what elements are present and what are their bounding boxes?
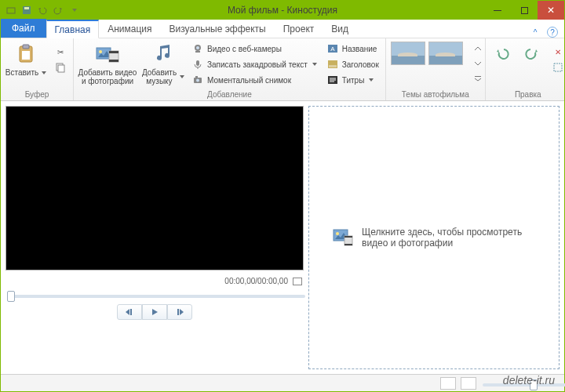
maximize-button[interactable] <box>511 1 538 20</box>
zoom-slider[interactable] <box>481 379 560 388</box>
fullscreen-icon[interactable] <box>293 278 302 285</box>
gallery-more-button[interactable] <box>474 71 482 85</box>
svg-point-43 <box>336 232 339 235</box>
svg-rect-46 <box>344 244 352 245</box>
tab-animation[interactable]: Анимация <box>99 19 160 38</box>
svg-text:A: A <box>330 45 335 53</box>
svg-point-19 <box>196 79 199 82</box>
title-bar: Мой фильм - Киностудия ✕ <box>1 1 564 20</box>
play-button[interactable] <box>142 304 167 320</box>
qat-dropdown-icon[interactable] <box>67 3 81 17</box>
theme-gallery[interactable] <box>389 40 471 67</box>
seek-slider[interactable] <box>5 290 304 299</box>
rotate-right-button[interactable] <box>519 40 545 67</box>
voiceover-button[interactable]: Записать закадровый текст <box>188 57 320 71</box>
file-tab[interactable]: Файл <box>1 19 46 38</box>
title-icon: A <box>326 42 339 55</box>
svg-point-9 <box>99 50 102 53</box>
seek-range-input[interactable] <box>7 295 305 298</box>
close-button[interactable]: ✕ <box>538 1 564 20</box>
video-preview[interactable] <box>5 106 304 270</box>
chevron-down-icon <box>369 78 374 82</box>
scissors-icon: ✂ <box>54 45 67 58</box>
view-timeline-button[interactable] <box>461 377 476 390</box>
gallery-down-button[interactable] <box>474 56 482 71</box>
select-all-icon <box>552 61 564 74</box>
add-music-button[interactable]: Добавить музыку <box>141 40 185 85</box>
voiceover-label: Записать закадровый текст <box>207 60 308 69</box>
app-window: Мой фильм - Киностудия ✕ Файл Главная Ан… <box>0 0 565 392</box>
storyboard-hint-text: Щелкните здесь, чтобы просмотреть видео … <box>362 227 536 249</box>
rotate-left-button[interactable] <box>489 40 516 67</box>
theme-thumb[interactable] <box>391 42 425 65</box>
rotate-right-icon <box>519 42 545 67</box>
add-media-icon <box>95 42 120 67</box>
music-note-icon <box>151 42 176 67</box>
qat-open-icon[interactable] <box>4 3 18 17</box>
minimize-button[interactable] <box>484 1 511 20</box>
qat-undo-icon[interactable] <box>35 3 49 17</box>
time-bar: 00:00,00/00:00,00 <box>5 275 304 285</box>
camera-icon <box>191 74 204 86</box>
svg-rect-5 <box>22 51 30 60</box>
delete-button[interactable]: ✕ <box>549 45 565 59</box>
preview-pane: 00:00,00/00:00,00 <box>5 106 304 369</box>
titles-button[interactable]: Титры <box>323 73 382 87</box>
webcam-icon <box>191 42 204 55</box>
add-media-label: Добавить видео и фотографии <box>78 68 137 85</box>
paste-button[interactable]: Вставить <box>4 40 48 77</box>
quick-access-toolbar <box>1 3 84 17</box>
copy-button[interactable] <box>51 60 70 74</box>
chevron-down-icon <box>180 75 184 78</box>
view-storyboard-button[interactable] <box>440 377 456 390</box>
ribbon-group-add: Добавить видео и фотографии Добавить муз… <box>74 38 386 100</box>
status-bar <box>1 374 564 391</box>
svg-rect-15 <box>195 51 200 53</box>
chevron-down-icon <box>312 63 317 66</box>
storyboard-hint: Щелкните здесь, чтобы просмотреть видео … <box>332 227 536 249</box>
rotate-left-icon <box>490 42 515 67</box>
ribbon-group-themes: Темы автофильма <box>386 38 486 100</box>
svg-point-14 <box>196 46 199 49</box>
ribbon-group-edit: ✕ Правка <box>486 38 565 100</box>
qat-save-icon[interactable] <box>20 3 34 17</box>
cut-button[interactable]: ✂ <box>51 45 70 59</box>
select-all-button[interactable] <box>549 60 565 74</box>
svg-rect-30 <box>554 64 562 71</box>
svg-rect-29 <box>475 76 481 77</box>
window-title: Мой фильм - Киностудия <box>1 5 564 16</box>
snapshot-button[interactable]: Моментальный снимок <box>188 73 320 87</box>
microphone-icon <box>191 58 204 71</box>
caption-label: Заголовок <box>342 60 379 69</box>
next-frame-button[interactable] <box>167 304 192 320</box>
storyboard-pane[interactable]: Щелкните здесь, чтобы просмотреть видео … <box>308 106 560 369</box>
qat-redo-icon[interactable] <box>51 3 65 17</box>
gallery-up-button[interactable] <box>474 42 482 56</box>
titles-label: Титры <box>342 76 365 85</box>
webcam-button[interactable]: Видео с веб-камеры <box>188 42 320 56</box>
caption-icon <box>326 58 339 71</box>
theme-thumb[interactable] <box>428 42 463 65</box>
caption-button[interactable]: Заголовок <box>323 57 382 71</box>
name-button[interactable]: AНазвание <box>323 42 382 56</box>
workspace: 00:00,00/00:00,00 Щелкните здесь, чтобы … <box>1 101 564 374</box>
tab-project[interactable]: Проект <box>275 19 323 38</box>
add-media-button[interactable]: Добавить видео и фотографии <box>77 40 138 85</box>
credits-icon <box>326 74 339 86</box>
svg-rect-40 <box>130 309 132 315</box>
paste-label: Вставить <box>5 68 38 77</box>
svg-rect-41 <box>177 309 179 315</box>
svg-rect-20 <box>195 76 198 78</box>
tab-view[interactable]: Вид <box>323 19 357 38</box>
svg-rect-11 <box>109 51 118 53</box>
tab-home[interactable]: Главная <box>46 20 100 38</box>
tab-visual-effects[interactable]: Визуальные эффекты <box>161 19 275 38</box>
ribbon: Вставить ✂ Буфер Добавить видео и фотогр… <box>1 38 564 101</box>
svg-rect-16 <box>196 60 199 66</box>
help-icon[interactable]: ? <box>547 27 558 38</box>
time-display: 00:00,00/00:00,00 <box>224 277 288 285</box>
prev-frame-button[interactable] <box>117 304 142 320</box>
zoom-range-input[interactable] <box>483 383 565 387</box>
svg-rect-0 <box>7 8 15 13</box>
collapse-ribbon-icon[interactable]: ^ <box>530 27 541 38</box>
